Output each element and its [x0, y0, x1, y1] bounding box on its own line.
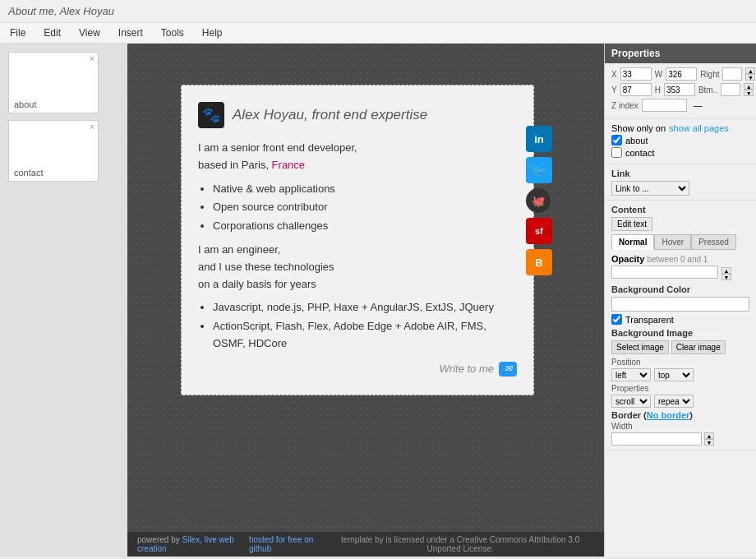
transparent-checkbox[interactable] — [611, 314, 622, 325]
bullet-item: Native & web applications — [213, 181, 517, 198]
paris-text: France — [272, 159, 305, 171]
opacity-sublabel: between 0 and 1 — [647, 255, 708, 264]
h-label: H — [655, 85, 661, 95]
repeat-select[interactable]: repeatno-repeatrepeat-xrepeat-y — [654, 395, 694, 408]
tab-hover[interactable]: Hover — [654, 234, 691, 250]
bullets-2: Javascript, node.js, PHP, Haxe + Angular… — [213, 299, 517, 352]
social-icons: in 🐦 🐙 sf B — [526, 126, 552, 275]
btm-spin[interactable]: ▲ ▼ — [744, 83, 754, 96]
page-thumb-contact[interactable]: × contact — [8, 120, 99, 182]
menu-tools[interactable]: Tools — [158, 25, 187, 40]
coords-section: X W Right ▲ ▼ Y H Btm.. ▲ — [605, 63, 756, 119]
right-up[interactable]: ▲ — [745, 67, 755, 74]
bullets-1: Native & web applications Open source co… — [213, 181, 517, 235]
menu-edit[interactable]: Edit — [40, 25, 64, 40]
page-label-about: about — [14, 99, 37, 109]
pos-left-select[interactable]: leftcenterright — [611, 368, 651, 381]
blogger-icon[interactable]: B — [526, 249, 552, 275]
image-buttons: Select image Clear image — [611, 340, 749, 354]
show-only-section: Show only on show all pages about contac… — [605, 119, 756, 164]
close-contact-icon[interactable]: × — [90, 122, 94, 132]
footer-right: template by is licensed under a Creative… — [326, 535, 594, 553]
border-width-input[interactable] — [611, 432, 702, 446]
page-check-contact-label: contact — [625, 148, 654, 158]
btm-down[interactable]: ▼ — [744, 90, 754, 96]
content-card[interactable]: 🐾 Alex Hoyau, front end expertise I am a… — [181, 85, 534, 395]
no-border-link[interactable]: No border — [647, 410, 690, 420]
footer-github-link[interactable]: hosted for free on github — [249, 535, 313, 553]
email-icon[interactable]: ✉ — [499, 362, 517, 377]
spf-icon[interactable]: sf — [526, 218, 552, 244]
footer-center: hosted for free on github — [249, 535, 326, 553]
menu-insert[interactable]: Insert — [115, 25, 146, 40]
page-check-about-label: about — [625, 136, 648, 146]
tab-pressed[interactable]: Pressed — [691, 234, 736, 250]
zindex-input[interactable] — [642, 99, 687, 112]
show-all-pages-link[interactable]: show all pages — [669, 123, 729, 133]
menu-bar: File Edit View Insert Tools Help — [0, 23, 756, 44]
x-input[interactable] — [620, 67, 652, 81]
bullet-item: Javascript, node.js, PHP, Haxe + Angular… — [213, 299, 517, 316]
bg-color-box[interactable] — [611, 297, 749, 312]
width-row: ▲ ▼ — [611, 432, 749, 446]
paw-icon: 🐾 — [198, 102, 224, 128]
github-icon[interactable]: 🐙 — [526, 188, 551, 213]
y-input[interactable] — [620, 83, 652, 96]
right-down[interactable]: ▼ — [745, 74, 755, 81]
opacity-label: Opacity — [611, 254, 644, 264]
left-panel: × about × contact — [0, 44, 127, 557]
footer-left: powered by Silex, live web creation — [137, 535, 249, 553]
tab-normal[interactable]: Normal — [611, 234, 654, 250]
right-input[interactable] — [722, 67, 742, 81]
properties-panel: Properties X W Right ▲ ▼ Y H Btm.. — [604, 44, 756, 557]
state-tabs: Normal Hover Pressed — [611, 234, 749, 250]
btm-input[interactable] — [721, 83, 740, 96]
opacity-spin[interactable]: ▲ ▼ — [721, 267, 731, 280]
right-label: Right — [700, 70, 719, 79]
border-down[interactable]: ▼ — [704, 439, 714, 446]
opacity-label-row: Opacity between 0 and 1 — [611, 254, 749, 264]
menu-help[interactable]: Help — [199, 25, 226, 40]
pos-top-select[interactable]: topcenterbottom — [654, 368, 694, 381]
opacity-down[interactable]: ▼ — [721, 274, 731, 280]
border-up[interactable]: ▲ — [704, 432, 714, 439]
link-section: Link Link to ... — [605, 164, 756, 201]
transparent-label: Transparent — [625, 315, 674, 325]
link-select[interactable]: Link to ... — [611, 181, 689, 196]
opacity-input[interactable] — [611, 266, 718, 279]
checkbox-contact[interactable] — [611, 147, 622, 158]
zindex-label: Z index — [611, 101, 638, 110]
title-bar: About me, Alex Hoyau — [0, 0, 756, 23]
card-paragraph: I am an engineer,and I use these technol… — [198, 242, 517, 293]
app-title: About me, Alex Hoyau — [8, 5, 114, 17]
h-input[interactable] — [664, 83, 695, 96]
twitter-icon[interactable]: 🐦 — [526, 157, 552, 183]
btm-label: Btm.. — [698, 85, 717, 95]
opacity-up[interactable]: ▲ — [721, 267, 731, 274]
linkedin-icon[interactable]: in — [526, 126, 552, 152]
menu-file[interactable]: File — [7, 25, 29, 40]
y-label: Y — [611, 85, 617, 95]
show-only-label: Show only on — [611, 123, 666, 133]
menu-view[interactable]: View — [76, 25, 104, 40]
bg-image-label: Background Image — [611, 328, 749, 338]
clear-image-button[interactable]: Clear image — [671, 340, 726, 354]
right-spin[interactable]: ▲ ▼ — [745, 67, 755, 81]
bullet-item: Open source contributor — [213, 199, 517, 216]
select-image-button[interactable]: Select image — [611, 340, 669, 354]
x-label: X — [611, 70, 617, 79]
bullet-item: ActionScript, Flash, Flex, Adobe Edge + … — [213, 318, 517, 353]
page-thumb-about[interactable]: × about — [8, 52, 99, 113]
btm-up[interactable]: ▲ — [744, 83, 754, 90]
card-body: I am a senior front end developer,based … — [198, 140, 517, 378]
main-layout: × about × contact 🐾 Alex Hoyau, front en… — [0, 44, 756, 557]
card-title: Alex Hoyau, front end expertise — [233, 107, 427, 123]
w-input[interactable] — [666, 67, 697, 81]
scroll-select[interactable]: scrollfixed — [611, 395, 651, 408]
properties-header: Properties — [605, 44, 756, 63]
close-about-icon[interactable]: × — [90, 54, 94, 63]
edit-text-button[interactable]: Edit text — [611, 217, 652, 231]
border-width-spin[interactable]: ▲ ▼ — [704, 432, 714, 446]
checkbox-about[interactable] — [611, 135, 622, 146]
width-label: Width — [611, 422, 749, 431]
